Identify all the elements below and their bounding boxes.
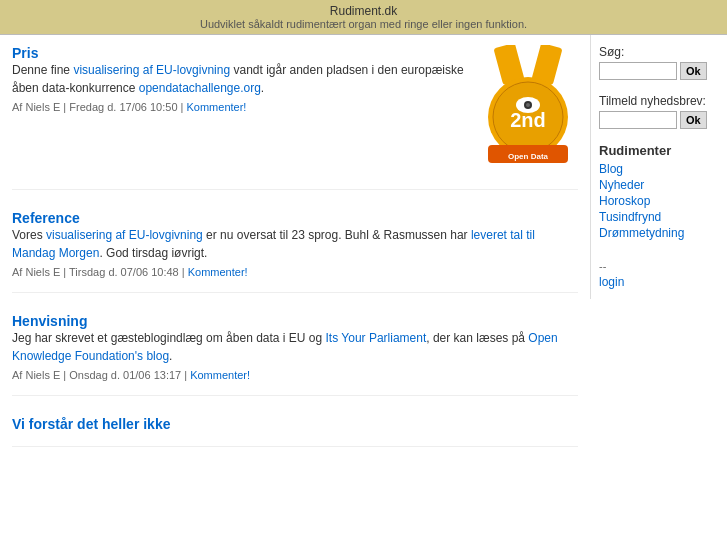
post-link1-pris[interactable]: visualisering af EU-lovgivning <box>73 63 230 77</box>
search-input[interactable] <box>599 62 677 80</box>
sidebar-horoskop-link[interactable]: Horoskop <box>599 194 650 208</box>
post-pris: Pris 2nd <box>12 45 578 190</box>
post-meta-henvisning: Af Niels E | Onsdag d. 01/06 13:17 | Kom… <box>12 369 578 381</box>
sidebar-rudimenter-heading: Rudimenter <box>599 143 712 158</box>
svg-text:Open Data: Open Data <box>508 152 549 161</box>
post-link2-pris[interactable]: opendatachallenge.org <box>139 81 261 95</box>
sidebar-link-tusindfrynd: Tusindfrynd <box>599 210 712 224</box>
sidebar-login-section: -- login <box>599 260 712 289</box>
post-comment-link-pris[interactable]: Kommenter! <box>186 101 246 113</box>
sidebar-search-row: Ok <box>599 62 712 80</box>
top-banner: Rudiment.dk Uudviklet såkaldt rudimentær… <box>0 0 727 35</box>
sidebar-link-nyheder: Nyheder <box>599 178 712 192</box>
main-content: Pris 2nd <box>0 35 590 477</box>
svg-text:2nd: 2nd <box>510 109 546 131</box>
search-button[interactable]: Ok <box>680 62 707 80</box>
sidebar-login-divider: -- <box>599 260 712 272</box>
post-link1-reference[interactable]: visualisering af EU-lovgivning <box>46 228 203 242</box>
sidebar-newsletter-section: Tilmeld nyhedsbrev: Ok <box>599 94 712 129</box>
post-link1-henvisning[interactable]: Its Your Parliament <box>326 331 427 345</box>
sidebar-link-blog: Blog <box>599 162 712 176</box>
post-comment-link-reference[interactable]: Kommenter! <box>188 266 248 278</box>
post-vi-forstar: Vi forstår det heller ikke <box>12 416 578 447</box>
post-title-vi-forstar[interactable]: Vi forstår det heller ikke <box>12 416 170 432</box>
post-title-reference[interactable]: Reference <box>12 210 80 226</box>
post-reference: Reference Vores visualisering af EU-lovg… <box>12 210 578 293</box>
post-title-henvisning[interactable]: Henvisning <box>12 313 87 329</box>
newsletter-input[interactable] <box>599 111 677 129</box>
sidebar: Søg: Ok Tilmeld nyhedsbrev: Ok Rudimente… <box>590 35 720 299</box>
sidebar-blog-link[interactable]: Blog <box>599 162 623 176</box>
site-subtitle: Uudviklet såkaldt rudimentært organ med … <box>8 18 719 30</box>
sidebar-link-droemmetydning: Drømmetydning <box>599 226 712 240</box>
sidebar-newsletter-row: Ok <box>599 111 712 129</box>
svg-point-6 <box>526 103 530 107</box>
sidebar-rudimenter-section: Rudimenter Blog Nyheder Horoskop Tusindf… <box>599 143 712 240</box>
sidebar-search-section: Søg: Ok <box>599 45 712 80</box>
site-title: Rudiment.dk <box>8 4 719 18</box>
sidebar-newsletter-label: Tilmeld nyhedsbrev: <box>599 94 712 108</box>
post-comment-link-henvisning[interactable]: Kommenter! <box>190 369 250 381</box>
sidebar-links-list: Blog Nyheder Horoskop Tusindfrynd Drømme… <box>599 162 712 240</box>
login-link[interactable]: login <box>599 275 624 289</box>
sidebar-droemmetydning-link[interactable]: Drømmetydning <box>599 226 684 240</box>
medal-image: 2nd Open Data <box>478 45 578 165</box>
sidebar-search-label: Søg: <box>599 45 712 59</box>
sidebar-link-horoskop: Horoskop <box>599 194 712 208</box>
layout: Pris 2nd <box>0 35 727 477</box>
post-henvisning: Henvisning Jeg har skrevet et gæsteblogi… <box>12 313 578 396</box>
sidebar-tusindfrynd-link[interactable]: Tusindfrynd <box>599 210 661 224</box>
post-title-pris[interactable]: Pris <box>12 45 38 61</box>
sidebar-nyheder-link[interactable]: Nyheder <box>599 178 644 192</box>
post-body-henvisning: Jeg har skrevet et gæsteblogindlæg om åb… <box>12 329 578 365</box>
post-meta-reference: Af Niels E | Tirsdag d. 07/06 10:48 | Ko… <box>12 266 578 278</box>
post-body-reference: Vores visualisering af EU-lovgivning er … <box>12 226 578 262</box>
newsletter-button[interactable]: Ok <box>680 111 707 129</box>
